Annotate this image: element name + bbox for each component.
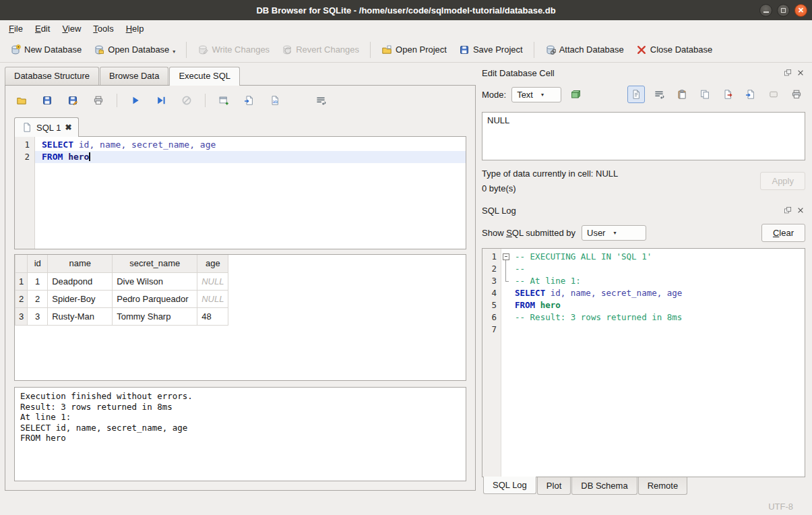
sql-file-tabs: SQL 1 ✖ <box>14 115 466 136</box>
tab-database-structure[interactable]: Database Structure <box>5 67 99 85</box>
open-project-button[interactable]: Open Project <box>377 41 451 59</box>
sql-log-view[interactable]: 1234567 -- EXECUTING ALL IN 'SQL 1'---- … <box>482 248 805 477</box>
attach-database-button[interactable]: Attach Database <box>540 41 629 59</box>
apply-button[interactable]: Apply <box>760 172 805 190</box>
cell[interactable]: 3 <box>28 307 48 325</box>
menu-file[interactable]: File <box>3 22 29 36</box>
maximize-button[interactable] <box>777 4 790 17</box>
cell[interactable]: 2 <box>28 290 48 307</box>
grid-corner <box>15 255 28 272</box>
open-in-tab-icon[interactable] <box>242 93 257 108</box>
sql-editor[interactable]: 12 SELECT id, name, secret_name, ageFROM… <box>14 136 466 249</box>
cell[interactable]: Rusty-Man <box>48 307 113 325</box>
mode-combobox[interactable]: Text ▾ <box>511 87 561 102</box>
save-project-button[interactable]: Save Project <box>454 41 528 59</box>
menu-help[interactable]: Help <box>120 22 150 36</box>
db-attach-icon <box>545 44 556 55</box>
cell[interactable]: 1 <box>28 272 48 290</box>
cell[interactable]: Deadpond <box>48 272 113 290</box>
log-filter-combobox[interactable]: User ▾ <box>582 225 646 241</box>
editor-line-number: 1 <box>15 139 34 151</box>
import-cell-icon[interactable] <box>742 86 759 103</box>
row-number[interactable]: 2 <box>15 290 28 307</box>
table-row: 11DeadpondDive WilsonNULL <box>15 272 228 290</box>
window-title: DB Browser for SQLite - /home/user/code/… <box>256 5 555 16</box>
save-sql-as-icon[interactable] <box>65 93 80 108</box>
bottom-tab-sql-log[interactable]: SQL Log <box>483 477 536 494</box>
revert-changes-button[interactable]: Revert Changes <box>277 41 364 59</box>
cell[interactable]: Dive Wilson <box>113 272 197 290</box>
menu-view[interactable]: View <box>56 22 87 36</box>
results-table: idnamesecret_nameage 11DeadpondDive Wils… <box>15 255 228 326</box>
db-new-icon <box>10 44 21 55</box>
row-number[interactable]: 3 <box>15 307 28 325</box>
stop-icon[interactable] <box>179 93 194 108</box>
new-tab-icon[interactable] <box>216 93 231 108</box>
cell[interactable]: NULL <box>197 272 228 290</box>
float-icon[interactable] <box>783 206 792 215</box>
sql-log-dock-icons <box>783 206 805 215</box>
cell[interactable]: Spider-Boy <box>48 290 113 307</box>
log-line <box>511 324 805 336</box>
column-header-id[interactable]: id <box>28 255 48 272</box>
execute-all-icon[interactable] <box>128 93 143 108</box>
results-grid: idnamesecret_nameage 11DeadpondDive Wils… <box>14 254 466 381</box>
dropdown-caret-icon[interactable]: ▾ <box>173 49 175 55</box>
export-cell-icon[interactable] <box>719 86 737 103</box>
cell[interactable]: NULL <box>197 290 228 307</box>
column-header-secret_name[interactable]: secret_name <box>113 255 197 272</box>
close-database-button[interactable]: Close Database <box>631 41 718 59</box>
minimize-button[interactable] <box>759 4 772 17</box>
cell[interactable]: Tommy Sharp <box>113 307 197 325</box>
close-icon[interactable] <box>796 206 805 215</box>
copy-icon[interactable] <box>696 86 714 103</box>
cell[interactable]: 48 <box>197 307 228 325</box>
log-line: -- <box>511 263 805 275</box>
open-sql-file-icon[interactable] <box>14 93 29 108</box>
open-database-button[interactable]: Open Database▾ <box>89 41 180 59</box>
menu-edit[interactable]: Edit <box>29 22 56 36</box>
save-sql-file-icon[interactable] <box>40 93 55 108</box>
db-close-icon <box>636 44 647 55</box>
set-null-icon[interactable] <box>765 86 782 103</box>
bottom-tab-remote[interactable]: Remote <box>638 477 688 495</box>
close-button[interactable]: ✕ <box>794 4 807 17</box>
fold-marker[interactable] <box>501 251 511 263</box>
column-header-name[interactable]: name <box>48 255 113 272</box>
edit-cell-dock-icons <box>783 68 805 78</box>
tab-browse-data[interactable]: Browse Data <box>100 67 168 85</box>
attach-database-label: Attach Database <box>559 44 624 55</box>
write-changes-label: Write Changes <box>212 44 270 55</box>
log-line: -- Result: 3 rows returned in 8ms <box>511 311 805 324</box>
apply-type-icon[interactable] <box>567 86 584 103</box>
tab-execute-sql[interactable]: Execute SQL <box>169 67 240 86</box>
log-line-number: 7 <box>482 324 501 336</box>
clear-button[interactable]: Clear <box>761 224 805 242</box>
cell-editor[interactable]: NULL <box>482 112 805 160</box>
print-icon[interactable] <box>91 93 106 108</box>
word-wrap-icon[interactable] <box>650 86 668 103</box>
paste-icon[interactable] <box>673 86 691 103</box>
minimize-icon <box>763 11 769 13</box>
cell[interactable]: Pedro Parqueador <box>113 290 197 307</box>
sql-tab-close-icon[interactable]: ✖ <box>65 123 71 132</box>
bottom-tab-db-schema[interactable]: DB Schema <box>571 477 637 495</box>
float-icon[interactable] <box>783 68 792 78</box>
clear-wrap: Clear <box>761 224 805 242</box>
sql-tab[interactable]: SQL 1 ✖ <box>14 117 79 137</box>
close-icon[interactable] <box>796 68 805 78</box>
row-number[interactable]: 1 <box>15 272 28 290</box>
word-wrap-icon[interactable] <box>313 93 328 108</box>
column-header-age[interactable]: age <box>197 255 228 272</box>
write-changes-button[interactable]: Write Changes <box>193 41 274 59</box>
menu-tools[interactable]: Tools <box>87 22 119 36</box>
print-icon[interactable] <box>788 86 805 103</box>
log-line-number: 4 <box>482 287 501 299</box>
mode-value: Text <box>517 90 533 100</box>
find-replace-icon[interactable]: ab <box>268 93 282 108</box>
bottom-tab-plot[interactable]: Plot <box>537 477 571 495</box>
execute-current-line-icon[interactable] <box>154 93 168 108</box>
text-mode-icon[interactable] <box>627 86 645 103</box>
new-database-button[interactable]: New Database <box>5 41 86 59</box>
window-controls: ✕ <box>759 0 807 20</box>
